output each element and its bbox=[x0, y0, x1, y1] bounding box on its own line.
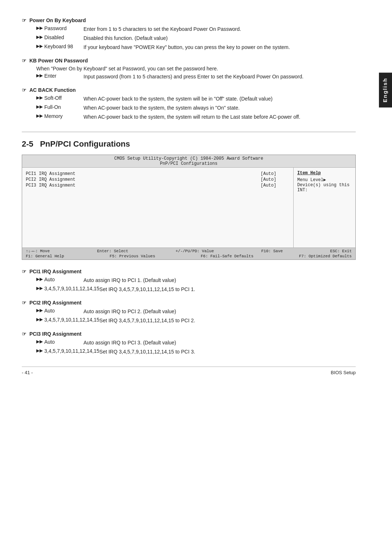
cmos-header-line1: CMOS Setup Utility-Copyright (C) 1984-20… bbox=[22, 156, 355, 161]
bullet-label-text: Auto bbox=[44, 308, 55, 314]
bullet-desc: If your keyboard have "POWER Key" button… bbox=[83, 44, 356, 51]
bullet-item: ▶▶ Keyboard 98 If your keyboard have "PO… bbox=[22, 44, 356, 51]
bullet-label-text: Auto bbox=[44, 277, 55, 282]
bullet-desc: Enter from 1 to 5 characters to set the … bbox=[83, 25, 356, 33]
bullet-label-text: Memory bbox=[44, 113, 63, 119]
bullet-label: ▶▶ Auto bbox=[36, 277, 83, 284]
bullet-label-text: Password bbox=[44, 25, 66, 31]
section-title: PCI2 IRQ Assignment bbox=[29, 300, 81, 306]
bullet-desc: Disabled this function. (Default value) bbox=[83, 34, 356, 42]
cmos-help-line: INT: bbox=[297, 188, 352, 193]
footer-right: BIOS Setup bbox=[331, 370, 356, 375]
page-footer: - 41 - BIOS Setup bbox=[22, 367, 356, 375]
section-divider bbox=[22, 132, 356, 132]
bullet-arrow-icon: ▶▶ bbox=[36, 277, 43, 282]
cmos-footer-item: Enter: Select bbox=[97, 249, 128, 253]
bullet-item: ▶▶ Full-On When AC-power back to the sys… bbox=[22, 104, 356, 112]
cmos-right: Item Help Menu Level▶Device(s) using thi… bbox=[294, 168, 355, 248]
bullet-label: ▶▶ Keyboard 98 bbox=[36, 44, 83, 51]
section-header-pci2-irq: ☞PCI2 IRQ Assignment bbox=[22, 300, 356, 306]
bullet-desc: Set IRQ 3,4,5,7,9,10,11,12,14,15 to PCI … bbox=[99, 348, 356, 356]
section-header-pci1-irq: ☞PCI1 IRQ Assignment bbox=[22, 269, 356, 274]
bullet-item: ▶▶ 3,4,5,7,9,10,11,12,14,15 Set IRQ 3,4,… bbox=[22, 348, 356, 356]
bullet-label: ▶▶ Memory bbox=[36, 113, 83, 121]
cmos-header-line2: PnP/PCI Configurations bbox=[22, 161, 355, 166]
section-header-pci3-irq: ☞PCI3 IRQ Assignment bbox=[22, 331, 356, 337]
cmos-footer-item: ESC: Exit bbox=[330, 249, 352, 253]
bullet-label-text: 3,4,5,7,9,10,11,12,14,15 bbox=[44, 317, 99, 323]
bullet-arrow-icon: ▶▶ bbox=[36, 348, 43, 353]
bullet-desc: Auto assign IRQ to PCI 2. (Default value… bbox=[83, 308, 356, 315]
bullet-label-text: Disabled bbox=[44, 34, 64, 40]
bullet-label-text: 3,4,5,7,9,10,11,12,14,15 bbox=[44, 348, 99, 354]
bullet-label-text: Full-On bbox=[44, 104, 61, 110]
section-header-kb-power-on-password: ☞KB Power ON Password bbox=[22, 58, 356, 64]
bullet-arrow-icon: ▶▶ bbox=[36, 113, 43, 118]
bullet-arrow-icon: ▶▶ bbox=[36, 339, 43, 344]
cmos-body: PCI1 IRQ Assignment[Auto]PCI2 IRQ Assign… bbox=[22, 168, 355, 248]
bullet-item: ▶▶ Password Enter from 1 to 5 characters… bbox=[22, 25, 356, 33]
bullet-desc: Set IRQ 3,4,5,7,9,10,11,12,14,15 to PCI … bbox=[99, 317, 356, 324]
bullet-arrow-icon: ▶▶ bbox=[36, 34, 43, 40]
section-title: PCI1 IRQ Assignment bbox=[29, 269, 81, 274]
chapter-title: PnP/PCI Configurations bbox=[40, 139, 130, 148]
cmos-footer-item: F1: General Help bbox=[26, 254, 64, 258]
cmos-row-value: [Auto] bbox=[261, 183, 290, 188]
cmos-help-lines: Menu Level▶Device(s) using thisINT: bbox=[297, 177, 352, 193]
cmos-help-line: Device(s) using this bbox=[297, 183, 352, 188]
bullet-arrow-icon: ▶▶ bbox=[36, 317, 43, 322]
section-header-power-on-keyboard: ☞Power On By Keyboard bbox=[22, 17, 356, 23]
section-intro: When "Power On by Keyboard" set at Passw… bbox=[22, 66, 356, 71]
chapter-number: 2-5 bbox=[22, 139, 33, 148]
chapter-heading: 2-5 PnP/PCI Configurations bbox=[22, 139, 356, 149]
bullet-label-text: Soft-Off bbox=[44, 95, 62, 101]
bullet-label-text: 3,4,5,7,9,10,11,12,14,15 bbox=[44, 286, 99, 291]
bullet-label: ▶▶ Full-On bbox=[36, 104, 83, 112]
bullet-arrow-icon: ▶▶ bbox=[36, 73, 43, 78]
section-title: Power On By Keyboard bbox=[29, 17, 86, 23]
cmos-row-value: [Auto] bbox=[261, 177, 290, 182]
section-arrow-icon: ☞ bbox=[22, 87, 26, 93]
main-content: ☞Power On By Keyboard ▶▶ Password Enter … bbox=[0, 0, 377, 386]
bullet-item: ▶▶ Enter Input password (from 1 to 5 cha… bbox=[22, 73, 356, 81]
cmos-footer-item: F6: Fail-Safe Defaults bbox=[201, 254, 253, 258]
bullet-desc: Input password (from 1 to 5 characters) … bbox=[83, 73, 356, 81]
bullet-label: ▶▶ Enter bbox=[36, 73, 83, 81]
cmos-help-title: Item Help bbox=[297, 171, 352, 176]
cmos-footer-row2: F1: General HelpF5: Previous ValuesF6: F… bbox=[26, 254, 352, 258]
bullet-item: ▶▶ Auto Auto assign IRQ to PCI 1. (Defau… bbox=[22, 277, 356, 284]
bullet-item: ▶▶ 3,4,5,7,9,10,11,12,14,15 Set IRQ 3,4,… bbox=[22, 286, 356, 293]
bullet-item: ▶▶ 3,4,5,7,9,10,11,12,14,15 Set IRQ 3,4,… bbox=[22, 317, 356, 324]
cmos-header: CMOS Setup Utility-Copyright (C) 1984-20… bbox=[22, 155, 355, 168]
cmos-footer-item: F10: Save bbox=[261, 249, 283, 253]
bullet-desc: Set IRQ 3,4,5,7,9,10,11,12,14,15 to PCI … bbox=[99, 286, 356, 293]
cmos-row: PCI1 IRQ Assignment[Auto] bbox=[26, 171, 290, 176]
bullet-arrow-icon: ▶▶ bbox=[36, 104, 43, 109]
cmos-row-label: PCI2 IRQ Assignment bbox=[26, 177, 261, 182]
bullet-label: ▶▶ 3,4,5,7,9,10,11,12,14,15 bbox=[36, 317, 99, 324]
cmos-footer: ↑↓→←: MoveEnter: Select+/-/PU/PD: ValueF… bbox=[22, 248, 355, 259]
side-tab: English bbox=[379, 73, 392, 107]
cmos-footer-item: F7: Optimized Defaults bbox=[299, 254, 352, 258]
bullet-desc: When AC-power back to the system, the sy… bbox=[83, 95, 356, 103]
cmos-box: CMOS Setup Utility-Copyright (C) 1984-20… bbox=[22, 155, 356, 260]
bullet-item: ▶▶ Memory When AC-power back to the syst… bbox=[22, 113, 356, 121]
bullet-label: ▶▶ 3,4,5,7,9,10,11,12,14,15 bbox=[36, 286, 99, 293]
bullet-arrow-icon: ▶▶ bbox=[36, 286, 43, 291]
cmos-row-label: PCI1 IRQ Assignment bbox=[26, 171, 261, 176]
bullet-label-text: Auto bbox=[44, 339, 55, 345]
bullet-desc: When AC-power back to the system, the sy… bbox=[83, 113, 356, 121]
bullet-item: ▶▶ Soft-Off When AC-power back to the sy… bbox=[22, 95, 356, 103]
top-sections: ☞Power On By Keyboard ▶▶ Password Enter … bbox=[22, 17, 356, 121]
bullet-label: ▶▶ 3,4,5,7,9,10,11,12,14,15 bbox=[36, 348, 99, 356]
section-title: KB Power ON Password bbox=[29, 58, 88, 64]
side-tab-label: English bbox=[382, 78, 388, 102]
bullet-desc: Auto assign IRQ to PCI 3. (Default value… bbox=[83, 339, 356, 347]
section-arrow-icon: ☞ bbox=[22, 58, 26, 64]
bullet-label-text: Enter bbox=[44, 73, 56, 79]
bullet-desc: Auto assign IRQ to PCI 1. (Default value… bbox=[83, 277, 356, 284]
section-arrow-icon: ☞ bbox=[22, 269, 26, 274]
cmos-help-line: Menu Level▶ bbox=[297, 177, 352, 183]
cmos-footer-item: F5: Previous Values bbox=[110, 254, 155, 258]
bullet-item: ▶▶ Auto Auto assign IRQ to PCI 2. (Defau… bbox=[22, 308, 356, 315]
